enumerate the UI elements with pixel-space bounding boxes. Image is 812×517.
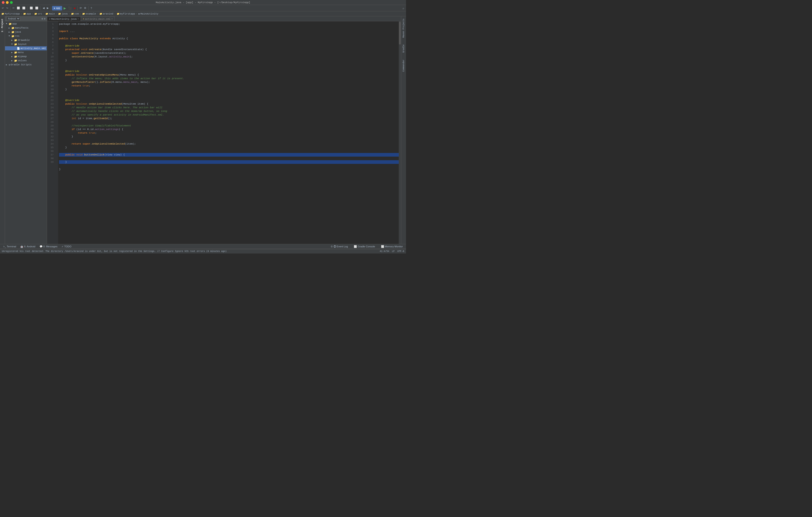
tree-item-manifests[interactable]: ▶ 📁 manifests [5, 26, 47, 30]
tree-item-drawable[interactable]: ▶ 📁 drawable [5, 38, 47, 42]
breadcrumb-src[interactable]: 📁 src [34, 12, 42, 15]
folder-icon: 📁 [1, 12, 4, 15]
tree-item-mipmap[interactable]: ▶ 📁 mipmap [5, 55, 47, 59]
memory-monitor-btn[interactable]: ⬜ Memory Monitor [379, 244, 405, 249]
tab-activity-main-xml[interactable]: X activity_main.xml × [81, 17, 115, 21]
terminal-tab[interactable]: >_ Terminal [1, 244, 18, 249]
tree-item-activity-main-xml[interactable]: 📄 activity_main.xml [5, 46, 47, 50]
breadcrumb-myfirstapp2[interactable]: 📁 myfirstapp [117, 12, 135, 15]
breadcrumb-main[interactable]: 📁 main [46, 12, 55, 15]
gradle-icon: ⚙ [9, 63, 10, 66]
status-right: 41:4/54 LF UTF-8 [380, 250, 404, 252]
expand-arrow-java: ▶ [9, 31, 11, 33]
gradle-label[interactable]: Gradle [402, 44, 405, 53]
folder-icon-mipmap: 📁 [14, 55, 17, 58]
tree-item-layout[interactable]: ▼ 📁 layout [5, 42, 47, 46]
event-log-btn[interactable]: ① ⓵ Event Log [329, 244, 350, 249]
expand-arrow-gradle: ▶ [6, 64, 8, 66]
line-numbers: 1 2 3 4 5 6 7 8 9 10 11 12 13 14 15 16 1… [47, 21, 55, 244]
gear-icon[interactable]: ⚙ [44, 17, 46, 20]
folder-icon-4: 📁 [46, 12, 48, 15]
toolbar-nav-fwd[interactable]: ▶ [46, 6, 50, 11]
expand-arrow-drawable: ▶ [11, 39, 13, 41]
tree-item-values[interactable]: ▶ 📁 values [5, 59, 47, 63]
toolbar-sync[interactable]: ⟳ [79, 6, 83, 11]
encoding: UTF-8 [397, 250, 404, 252]
folder-icon-6: 📁 [71, 12, 74, 15]
right-panel: Maven Projects Gradle Commander [401, 16, 406, 244]
android-icon: 🤖 [20, 245, 23, 248]
toolbar-help[interactable]: ? [90, 6, 93, 11]
code-content[interactable]: package com.example.aravind.myfirstapp; … [58, 21, 399, 244]
toolbar-search[interactable]: ⌕ [402, 6, 405, 11]
tab-close-java[interactable]: × [78, 18, 79, 20]
minimize-button[interactable] [6, 1, 9, 4]
debug-button[interactable]: ⬛ [67, 6, 72, 11]
folder-icon-3: 📁 [34, 12, 37, 15]
messages-tab[interactable]: 💬 0: Messages [38, 244, 59, 249]
maximize-button[interactable] [10, 1, 13, 4]
tree-item-menu[interactable]: ▶ 📁 menu [5, 50, 47, 55]
expand-arrow-res: ▼ [9, 35, 11, 37]
toolbar-redo[interactable]: ↪ [5, 6, 9, 11]
toolbar-undo[interactable]: ↩ [1, 6, 5, 11]
code-editor[interactable]: 1 2 3 4 5 6 7 8 9 10 11 12 13 14 15 16 1… [47, 21, 401, 244]
folder-icon-8: 📁 [99, 12, 102, 15]
expand-arrow-menu: ▶ [11, 51, 13, 54]
breadcrumb-example[interactable]: 📁 example [82, 12, 96, 15]
tree-item-res[interactable]: ▼ 📁 res [5, 34, 47, 38]
breadcrumb-java[interactable]: 📁 java [58, 12, 67, 15]
toolbar-sep-4 [51, 6, 51, 10]
maven-projects-label[interactable]: Maven Projects [402, 19, 405, 38]
title-bar: MainActivity.java - [app] - MyFirstApp -… [0, 0, 406, 5]
breadcrumb: 📁 MyFirstApp › 📁 app › 📁 src › 📁 main › … [0, 11, 406, 16]
toolbar-cut[interactable]: ✂ [11, 6, 16, 11]
editor-scrollbar[interactable] [399, 21, 401, 244]
editor-container: J MainActivity.java × X activity_main.xm… [47, 16, 401, 244]
project-view-dropdown[interactable]: Android Project [6, 17, 20, 21]
toolbar-sep-3 [40, 6, 41, 10]
tab-close-xml[interactable]: × [112, 18, 113, 20]
folder-icon-manifests: 📁 [11, 27, 14, 30]
gradle-console-btn[interactable]: ⬜ Gradle Console [352, 244, 377, 249]
terminal-icon: >_ [3, 245, 6, 248]
toolbar-copy[interactable]: ⬜ [16, 6, 21, 11]
tree-item-app[interactable]: ▼ 📁 app [5, 22, 47, 26]
toolbar-paste[interactable]: ⬜ [21, 6, 26, 11]
settings-icon[interactable]: ⚙ [41, 17, 43, 20]
folder-icon-menu: 📁 [14, 51, 17, 54]
tab-mainactivity-java[interactable]: J MainActivity.java × [47, 17, 81, 21]
android-tab[interactable]: 🤖 6: Android [19, 244, 37, 249]
folder-icon-layout: 📁 [14, 43, 17, 46]
expand-arrow: ▼ [6, 23, 8, 25]
close-button[interactable] [2, 1, 4, 4]
breadcrumb-aravind[interactable]: 📁 aravind [99, 12, 113, 15]
toolbar-replace[interactable]: ⬜ [34, 6, 39, 11]
expand-arrow-layout: ▼ [11, 43, 13, 45]
toolbar-sep-1 [10, 6, 10, 10]
run-config-btn[interactable]: ▸ app [52, 6, 62, 10]
breadcrumb-mainactivity[interactable]: ◆ MainActivity [138, 12, 158, 15]
folder-icon-2: 📁 [23, 12, 26, 15]
folder-icon-res: 📁 [11, 35, 14, 38]
breadcrumb-app[interactable]: 📁 app [23, 12, 31, 15]
run-button[interactable]: ▶ [63, 6, 67, 11]
toolbar-nav-back[interactable]: ◀ [42, 6, 46, 11]
toolbar-find[interactable]: ⬜ [29, 6, 34, 11]
project-panel-label[interactable]: 1: Project [1, 19, 4, 32]
commander-label[interactable]: Commander [402, 59, 405, 72]
xml-tab-icon: X [83, 18, 84, 20]
expand-arrow-manifests: ▶ [9, 27, 11, 29]
breadcrumb-myfirstapp[interactable]: 📁 MyFirstApp [1, 12, 20, 15]
todo-tab[interactable]: ✓ TODO [60, 244, 74, 249]
todo-icon: ✓ [61, 245, 64, 248]
file-icon: ◆ [138, 12, 140, 15]
tree-item-gradle-scripts[interactable]: ▶ ⚙ Gradle Scripts [5, 63, 47, 67]
breadcrumb-com[interactable]: 📁 com [71, 12, 79, 15]
folder-icon-drawable: 📁 [14, 39, 17, 42]
tree-item-java[interactable]: ▶ 📁 java [5, 30, 47, 34]
folder-icon-java: 📁 [11, 31, 14, 34]
stop-button[interactable]: ■ [73, 6, 76, 11]
bottom-right-tools: ① ⓵ Event Log ⬜ Gradle Console ⬜ Memory … [329, 244, 405, 249]
toolbar-settings[interactable]: ⚙ [83, 6, 87, 11]
